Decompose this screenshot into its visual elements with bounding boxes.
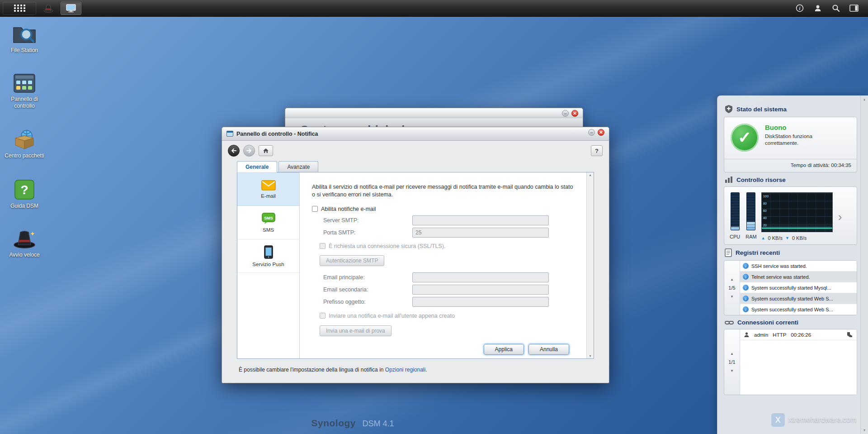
- sidebar-item-push-service[interactable]: Servizio Push: [237, 239, 299, 273]
- help-button[interactable]: ?: [591, 145, 603, 156]
- test-email-row: Invia una e-mail di prova: [320, 325, 574, 336]
- notify-new-user-checkbox[interactable]: [320, 313, 326, 319]
- close-button[interactable]: ✕: [571, 110, 578, 117]
- status-message: DiskStation funziona correttamente.: [765, 133, 840, 147]
- cpu-gauge: CPU: [730, 192, 740, 239]
- scroll-up-icon[interactable]: ▴: [863, 97, 865, 101]
- desktop-icon-label: Guida DSM: [10, 203, 38, 209]
- log-row[interactable]: iSystem successfully started Web S...: [740, 304, 857, 315]
- svg-text:?: ?: [20, 183, 28, 197]
- window-titlebar[interactable]: Pannello di controllo - Notifica – ✕: [222, 127, 609, 141]
- log-row[interactable]: iSSH service was started.: [740, 261, 857, 272]
- connection-row[interactable]: admin HTTP 00:26:26: [740, 329, 857, 340]
- smtp-auth-button[interactable]: Autenticazione SMTP: [320, 255, 384, 266]
- smtp-server-input[interactable]: [412, 215, 549, 225]
- log-row[interactable]: iTelnet service was started.: [740, 272, 857, 282]
- enable-email-checkbox[interactable]: [312, 206, 318, 212]
- desktop-icon-package-center[interactable]: Centro pacchetti: [4, 129, 45, 159]
- action-buttons: Applica Annulla: [484, 344, 569, 355]
- tab-avanzate[interactable]: Avanzate: [278, 161, 318, 172]
- desktop-icon-label: File Station: [11, 47, 38, 53]
- page-down-icon[interactable]: ▾: [731, 294, 733, 299]
- download-speed: 0 KB/s: [792, 235, 807, 241]
- quick-launch-button[interactable]: [38, 2, 59, 15]
- log-row[interactable]: iSystem successfully started Web S...: [740, 293, 857, 304]
- bar-chart-icon: [725, 176, 733, 183]
- page-down-icon[interactable]: ▾: [731, 368, 733, 373]
- email-secondary-label: Email secondaria:: [323, 286, 412, 293]
- logs-page-indicator: 1/5: [728, 285, 735, 291]
- email-primary-input[interactable]: [412, 272, 549, 282]
- subject-prefix-row: Prefisso oggetto:: [323, 297, 574, 307]
- scroll-down-icon[interactable]: ▾: [863, 428, 865, 432]
- home-button[interactable]: [259, 145, 273, 156]
- resource-monitor-header: Controllo risorse: [725, 176, 856, 183]
- control-panel-icon: [13, 73, 36, 93]
- widget-title: Stato del sistema: [736, 106, 787, 113]
- scroll-down-icon[interactable]: ▾: [589, 354, 591, 358]
- regional-options-link[interactable]: Opzioni regionali: [385, 367, 425, 373]
- email-primary-label: Email principale:: [323, 274, 412, 281]
- ram-label: RAM: [745, 234, 756, 239]
- info-badge-icon: i: [743, 263, 749, 269]
- back-button[interactable]: [228, 145, 240, 157]
- svg-text:SMS: SMS: [264, 216, 273, 220]
- info-icon[interactable]: i: [795, 3, 805, 13]
- resource-next-icon[interactable]: ›: [838, 211, 842, 223]
- forward-button[interactable]: [243, 145, 255, 157]
- sidebar-item-label: Servizio Push: [252, 262, 284, 267]
- y-tick: 100: [763, 195, 769, 198]
- resource-monitor-box: CPU RAM 100 80 60 40 20: [724, 186, 857, 245]
- connection-protocol: HTTP: [773, 332, 786, 338]
- page-up-icon[interactable]: ▴: [731, 351, 733, 356]
- show-desktop-button[interactable]: [61, 2, 81, 15]
- minimize-button[interactable]: –: [588, 129, 595, 136]
- ssl-checkbox[interactable]: [320, 243, 326, 249]
- disconnect-icon[interactable]: [846, 332, 853, 338]
- cancel-button[interactable]: Annulla: [528, 344, 569, 355]
- scroll-up-icon[interactable]: ▴: [589, 173, 591, 177]
- desktop-icon-quick-start[interactable]: Avvio veloce: [4, 229, 45, 258]
- window-toolbar: ?: [222, 141, 609, 161]
- sidebar-item-sms[interactable]: SMS SMS: [237, 206, 299, 239]
- search-icon[interactable]: [831, 3, 841, 13]
- desktop-icon-dsm-help[interactable]: ? Guida DSM: [4, 179, 45, 209]
- control-panel-window[interactable]: Pannello di controllo - Notifica – ✕ ? G…: [222, 127, 609, 383]
- test-email-button[interactable]: Invia una e-mail di prova: [320, 325, 392, 336]
- minimize-button[interactable]: –: [562, 110, 569, 117]
- pilot-view-icon[interactable]: [849, 3, 859, 13]
- apply-button[interactable]: Applica: [484, 344, 524, 355]
- connections-empty-area: [740, 340, 857, 395]
- user-icon[interactable]: [813, 3, 823, 13]
- y-tick: 40: [763, 216, 767, 220]
- tab-generale[interactable]: Generale: [237, 161, 277, 172]
- sms-icon: SMS: [262, 213, 275, 224]
- taskbar-right-icons: i: [795, 3, 865, 13]
- page-up-icon[interactable]: ▴: [731, 277, 733, 281]
- subject-prefix-label: Prefisso oggetto:: [323, 299, 412, 305]
- subject-prefix-input[interactable]: [412, 297, 549, 307]
- log-row[interactable]: iSystem successfully started Mysql...: [740, 282, 857, 293]
- ram-gauge: RAM: [745, 192, 756, 239]
- connections-page-indicator: 1/1: [728, 359, 735, 365]
- widget-panel-scrollbar[interactable]: ▴ ▾: [860, 95, 868, 434]
- ssl-label: È richiesta una connessione sicura (SSL/…: [329, 243, 445, 249]
- watermark-text: xtremehardware.com: [788, 416, 856, 424]
- sidebar-item-email[interactable]: E-mail: [237, 172, 299, 206]
- link-icon: [725, 320, 734, 326]
- email-secondary-input[interactable]: [412, 285, 549, 295]
- smtp-port-input[interactable]: [412, 228, 549, 238]
- smtp-auth-row: Autenticazione SMTP: [320, 255, 574, 266]
- window-title: Pannello di controllo - Notifica: [236, 131, 318, 137]
- desktop-icon-file-station[interactable]: File Station: [4, 24, 45, 53]
- email-secondary-row: Email secondaria:: [323, 285, 574, 295]
- y-tick: 80: [763, 202, 767, 205]
- desktop-icon-control-panel[interactable]: Pannello di controllo: [4, 73, 45, 109]
- close-button[interactable]: ✕: [598, 129, 604, 136]
- main-menu-button[interactable]: [3, 2, 36, 15]
- sidebar-filler: [237, 273, 299, 358]
- panel-scrollbar[interactable]: ▴ ▾: [586, 172, 594, 358]
- storage-manager-titlebar[interactable]: – ✕: [285, 108, 583, 118]
- desktop-icon-label: Pannello di controllo: [4, 96, 45, 109]
- user-icon: [744, 332, 750, 338]
